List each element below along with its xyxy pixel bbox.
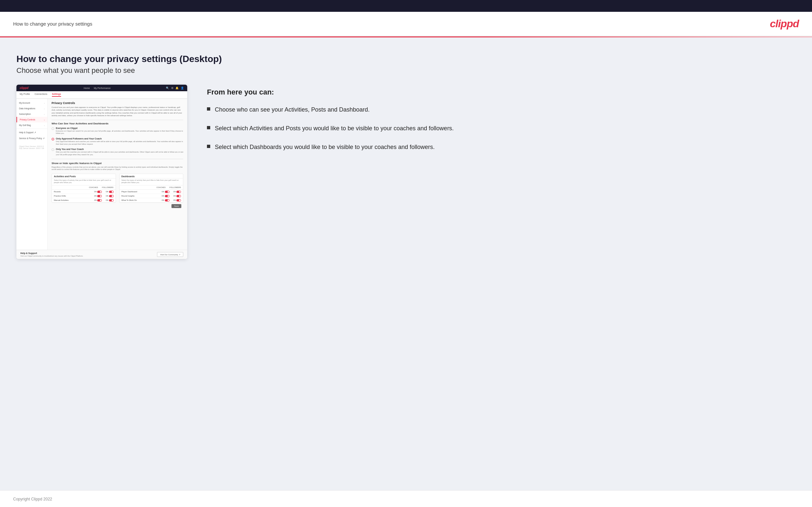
- mock-row-practice: Practice Drills ON ON: [52, 194, 116, 198]
- mock-radio-followers-btn[interactable]: [52, 138, 54, 140]
- col-spacer-1: [54, 186, 89, 188]
- row-manual-toggles: ON ON: [94, 199, 114, 202]
- right-column: From here you can: Choose who can see yo…: [207, 84, 796, 152]
- mock-tab-settings[interactable]: Settings: [52, 93, 61, 97]
- player-followers-switch[interactable]: [176, 191, 181, 193]
- practice-followers-switch[interactable]: [109, 195, 114, 197]
- insights-followers-switch[interactable]: [176, 195, 181, 197]
- bullet-text-2: Select which Activities and Posts you wo…: [215, 124, 454, 132]
- insights-coaches-toggle[interactable]: ON: [162, 195, 169, 197]
- mock-sidebar-data-integrations[interactable]: Data Integrations›: [16, 106, 47, 111]
- work-coaches-on-label: ON: [162, 199, 164, 201]
- mock-visit-community-button[interactable]: Visit Our Community ↗: [157, 252, 183, 257]
- row-what-to-work-toggles: ON ON: [162, 199, 181, 202]
- mock-activities-title: Activities and Posts: [52, 174, 116, 178]
- col-group-2: COACHES FOLLOWERS: [156, 186, 181, 188]
- manual-followers-toggle[interactable]: ON: [106, 199, 114, 202]
- notification-icon: 🔔: [175, 87, 179, 90]
- practice-followers-toggle[interactable]: ON: [106, 195, 114, 197]
- mock-dashboards-table: Dashboards Select the types of activity …: [119, 174, 184, 203]
- mock-activities-desc: Select the types of activity that you'd …: [52, 178, 116, 185]
- col-followers-label: FOLLOWERS: [102, 186, 113, 188]
- bullet-text-3: Select which Dashboards you would like t…: [215, 143, 435, 151]
- manual-followers-switch[interactable]: [109, 199, 114, 202]
- mock-sidebar-account[interactable]: My Account›: [16, 100, 47, 106]
- mock-tab-profile[interactable]: My Profile: [20, 93, 30, 97]
- mock-navbar-links: Home My Performance: [84, 87, 111, 89]
- mock-help-title: Help & Support: [20, 252, 84, 254]
- mock-dashboards-desc: Select the types of activity that you'd …: [119, 178, 183, 185]
- mock-sidebar-subscription[interactable]: Subscription›: [16, 111, 47, 117]
- manual-coaches-on-label: ON: [94, 199, 97, 201]
- bullet-item-1: Choose who can see your Activities, Post…: [207, 106, 796, 114]
- insights-coaches-on-label: ON: [162, 195, 164, 197]
- screenshot-mockup: clippd Home My Performance 🔍 ⚙ 🔔 👤 My Pr…: [16, 84, 187, 259]
- mock-subnav: My Profile Connections Settings: [16, 91, 187, 99]
- mock-save-button[interactable]: Save: [171, 204, 181, 208]
- rounds-followers-switch[interactable]: [109, 191, 114, 193]
- mock-activities-table: Activities and Posts Select the types of…: [52, 174, 116, 203]
- row-manual-label: Manual Activities: [54, 199, 94, 201]
- row-round-insights-label: Round Insights: [121, 195, 162, 197]
- rounds-coaches-switch[interactable]: [97, 191, 102, 193]
- mock-radio-coach-only-desc: Only you and the coaches you connect wit…: [56, 151, 183, 156]
- mock-divider-1: [52, 120, 183, 120]
- mock-sidebar-help[interactable]: Help & Support ↗: [16, 130, 47, 135]
- mock-who-title: Who Can See Your Activities and Dashboar…: [52, 122, 183, 125]
- from-here-title: From here you can:: [207, 88, 796, 97]
- mock-sidebar-privacy[interactable]: Privacy Controls›: [16, 117, 47, 122]
- mock-sidebar: My Account› Data Integrations› Subscript…: [16, 99, 48, 250]
- row-player-dashboard-toggles: ON ON: [162, 191, 181, 193]
- insights-followers-on-label: ON: [173, 195, 176, 197]
- col-group-1: COACHES FOLLOWERS: [89, 186, 114, 188]
- bullet-list: Choose who can see your Activities, Post…: [207, 106, 796, 152]
- manual-coaches-switch[interactable]: [97, 199, 102, 202]
- content-row: clippd Home My Performance 🔍 ⚙ 🔔 👤 My Pr…: [16, 84, 796, 259]
- row-rounds-toggles: ON ON: [94, 191, 114, 193]
- mock-dashboards-col-headers: COACHES FOLLOWERS: [119, 185, 183, 190]
- col-coaches-label: COACHES: [89, 186, 98, 188]
- mock-save-row: Save: [52, 203, 183, 209]
- mock-dashboards-title: Dashboards: [119, 174, 183, 178]
- mock-row-player-dashboard: Player Dashboard ON ON: [119, 190, 183, 194]
- work-followers-switch[interactable]: [176, 199, 181, 202]
- rounds-coaches-toggle[interactable]: ON: [94, 191, 102, 193]
- insights-followers-toggle[interactable]: ON: [173, 195, 181, 197]
- mock-tab-connections[interactable]: Connections: [35, 93, 47, 97]
- bullet-square-3: [207, 145, 210, 148]
- rounds-followers-toggle[interactable]: ON: [106, 191, 114, 193]
- page-subheading: Choose what you want people to see: [16, 66, 796, 75]
- mock-radio-followers[interactable]: Only Approved Followers and Your Coach O…: [52, 137, 183, 146]
- mock-radio-coach-only-btn[interactable]: [52, 148, 54, 151]
- row-practice-toggles: ON ON: [94, 195, 114, 197]
- mock-row-rounds: Rounds ON ON: [52, 190, 116, 194]
- work-followers-toggle[interactable]: ON: [173, 199, 181, 202]
- player-coaches-toggle[interactable]: ON: [162, 191, 169, 193]
- work-coaches-toggle[interactable]: ON: [162, 199, 169, 202]
- settings-icon: ⚙: [171, 87, 173, 90]
- mock-radio-everyone[interactable]: Everyone on Clippd Everyone on Clippd ca…: [52, 127, 183, 135]
- mock-body: My Account› Data Integrations› Subscript…: [16, 99, 187, 250]
- work-coaches-switch[interactable]: [165, 199, 169, 202]
- player-coaches-switch[interactable]: [165, 191, 169, 193]
- row-practice-label: Practice Drills: [54, 195, 94, 197]
- header: How to change your privacy settings clip…: [0, 12, 812, 37]
- mock-sidebar-service[interactable]: Service & Privacy Policy ↗: [16, 135, 47, 142]
- mock-help-content: Help & Support Visit our Clippd communit…: [20, 252, 84, 257]
- dash-followers-label: FOLLOWERS: [169, 186, 181, 188]
- mock-radio-coach-only[interactable]: Only You and Your Coach Only you and the…: [52, 148, 183, 156]
- mock-radio-everyone-btn[interactable]: [52, 127, 54, 130]
- manual-coaches-toggle[interactable]: ON: [94, 199, 102, 202]
- bullet-item-2: Select which Activities and Posts you wo…: [207, 124, 796, 132]
- row-rounds-label: Rounds: [54, 191, 94, 192]
- insights-coaches-switch[interactable]: [165, 195, 169, 197]
- row-round-insights-toggles: ON ON: [162, 195, 181, 197]
- row-what-to-work-label: What To Work On: [121, 199, 162, 201]
- practice-coaches-switch[interactable]: [97, 195, 102, 197]
- player-followers-toggle[interactable]: ON: [173, 191, 181, 193]
- mock-sidebar-golf-bag[interactable]: My Golf Bag›: [16, 122, 47, 128]
- practice-coaches-toggle[interactable]: ON: [94, 195, 102, 197]
- search-icon: 🔍: [166, 87, 169, 90]
- mock-tables-row: Activities and Posts Select the types of…: [52, 174, 183, 203]
- mock-show-hide-title: Show or hide specific features in Clippd: [52, 162, 183, 165]
